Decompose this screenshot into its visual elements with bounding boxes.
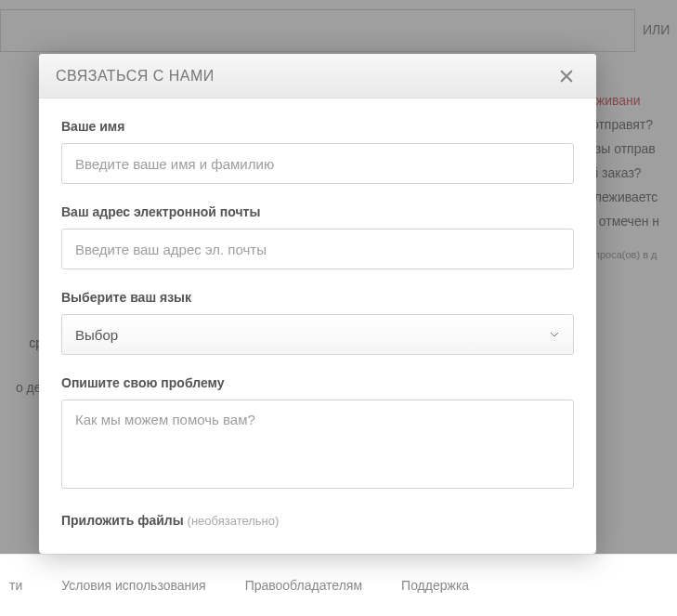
email-label: Ваш адрес электронной почты [61,204,574,219]
attach-group: Приложить файлы (необязательно) [61,513,574,528]
close-button[interactable] [553,63,579,89]
attach-label: Приложить файлы (необязательно) [61,513,574,528]
modal-header: СВЯЗАТЬСЯ С НАМИ [39,54,596,98]
problem-group: Опишите свою проблему [61,375,574,492]
name-group: Ваше имя [61,119,574,184]
footer-link[interactable]: ти [9,578,22,593]
modal-body: Ваше имя Ваш адрес электронной почты Выб… [39,98,596,554]
footer-link[interactable]: Правообладателям [245,578,362,593]
problem-textarea[interactable] [61,400,574,489]
attach-label-text: Приложить файлы [61,513,184,528]
name-input[interactable] [61,143,574,184]
close-icon [558,68,575,85]
name-label: Ваше имя [61,119,574,134]
email-group: Ваш адрес электронной почты [61,204,574,269]
language-select[interactable]: Выбор [61,314,574,355]
language-label: Выберите ваш язык [61,290,574,305]
footer: ти Условия использования Правообладателя… [0,554,677,616]
modal-title: СВЯЗАТЬСЯ С НАМИ [56,68,553,85]
footer-link[interactable]: Условия использования [61,578,205,593]
contact-modal: СВЯЗАТЬСЯ С НАМИ Ваше имя Ваш адрес элек… [39,54,596,554]
attach-optional: (необязательно) [188,514,280,528]
problem-label: Опишите свою проблему [61,375,574,390]
chevron-down-icon [549,327,560,343]
footer-link[interactable]: Поддержка [401,578,469,593]
language-group: Выберите ваш язык Выбор [61,290,574,355]
language-select-value: Выбор [75,327,549,343]
email-input[interactable] [61,229,574,269]
